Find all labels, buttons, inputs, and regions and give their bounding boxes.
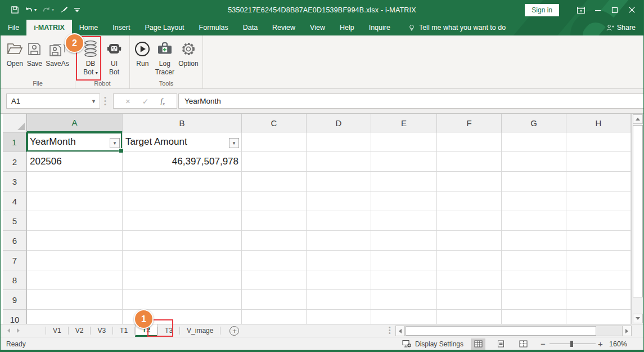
- cell-H1[interactable]: [566, 132, 631, 152]
- scroll-right-button[interactable]: [622, 326, 631, 336]
- cell-H4[interactable]: [566, 191, 631, 211]
- cell-G5[interactable]: [502, 211, 566, 231]
- minimize-button[interactable]: [589, 0, 606, 20]
- cell-G2[interactable]: [502, 152, 566, 172]
- ribbon-tab-inquire[interactable]: Inquire: [362, 20, 398, 35]
- cell-C6[interactable]: [242, 231, 307, 251]
- cell-D3[interactable]: [307, 172, 371, 191]
- maximize-button[interactable]: [606, 0, 623, 20]
- cell-E10[interactable]: [371, 310, 437, 324]
- cell-A2[interactable]: 202506: [27, 152, 123, 172]
- open-button[interactable]: Open: [6, 38, 23, 68]
- ribbon-tab-insert[interactable]: Insert: [105, 20, 137, 35]
- column-header-G[interactable]: G: [502, 114, 566, 132]
- sheet-tab-v_image[interactable]: V_image: [180, 324, 220, 337]
- run-button[interactable]: Run: [134, 38, 151, 68]
- cell-C3[interactable]: [242, 172, 307, 191]
- cell-C9[interactable]: [242, 290, 307, 310]
- cell-C8[interactable]: [242, 270, 307, 290]
- insert-function-icon[interactable]: fx: [160, 96, 165, 106]
- vertical-scroll-thumb[interactable]: [633, 125, 643, 297]
- ribbon-tab-review[interactable]: Review: [265, 20, 303, 35]
- cell-G9[interactable]: [502, 290, 566, 310]
- scroll-up-button[interactable]: [633, 114, 643, 124]
- sheet-tab-v3[interactable]: V3: [91, 324, 112, 337]
- vertical-scrollbar[interactable]: [631, 114, 643, 324]
- cell-E1[interactable]: [371, 132, 437, 152]
- cell-H8[interactable]: [566, 270, 631, 290]
- formula-bar-drag-handle[interactable]: •••: [104, 96, 106, 106]
- ribbon-tab-help[interactable]: Help: [332, 20, 362, 35]
- zoom-slider[interactable]: [550, 337, 596, 350]
- cell-C7[interactable]: [242, 251, 307, 270]
- column-header-H[interactable]: H: [566, 114, 631, 132]
- row-header-10[interactable]: 10: [3, 310, 27, 324]
- cell-D2[interactable]: [307, 152, 371, 172]
- cell-H5[interactable]: [566, 211, 631, 231]
- row-header-7[interactable]: 7: [3, 251, 27, 270]
- sheet-tab-t1[interactable]: T1: [113, 324, 134, 337]
- cell-G6[interactable]: [502, 231, 566, 251]
- cell-D10[interactable]: [307, 310, 371, 324]
- cell-D8[interactable]: [307, 270, 371, 290]
- cell-B9[interactable]: [123, 290, 242, 310]
- sheet-tab-v2[interactable]: V2: [69, 324, 91, 337]
- filter-dropdown-B1[interactable]: ▾: [229, 138, 239, 148]
- cell-A5[interactable]: [27, 211, 123, 231]
- share-button[interactable]: Share: [606, 20, 636, 35]
- cell-D1[interactable]: [307, 132, 371, 152]
- close-button[interactable]: [623, 0, 640, 20]
- cell-F6[interactable]: [437, 231, 502, 251]
- page-break-preview-button[interactable]: [516, 338, 530, 350]
- cell-A10[interactable]: [27, 310, 123, 324]
- cell-G7[interactable]: [502, 251, 566, 270]
- cell-F1[interactable]: [437, 132, 502, 152]
- ribbon-tab-i-matrix[interactable]: i-MATRIX: [26, 20, 72, 35]
- normal-view-button[interactable]: [471, 338, 485, 350]
- cell-E2[interactable]: [371, 152, 437, 172]
- cell-D9[interactable]: [307, 290, 371, 310]
- cell-D5[interactable]: [307, 211, 371, 231]
- row-header-3[interactable]: 3: [3, 172, 27, 191]
- new-sheet-button[interactable]: +: [229, 326, 239, 336]
- ribbon-tab-data[interactable]: Data: [236, 20, 265, 35]
- page-layout-view-button[interactable]: [493, 338, 508, 350]
- name-box-dropdown-icon[interactable]: ▼: [91, 99, 96, 104]
- sheet-tab-v1[interactable]: V1: [46, 324, 68, 337]
- cell-B4[interactable]: [123, 191, 242, 211]
- ribbon-tab-view[interactable]: View: [303, 20, 332, 35]
- column-header-F[interactable]: F: [437, 114, 502, 132]
- column-header-E[interactable]: E: [371, 114, 437, 132]
- cell-G8[interactable]: [502, 270, 566, 290]
- column-header-D[interactable]: D: [307, 114, 371, 132]
- cell-B7[interactable]: [123, 251, 242, 270]
- cell-H10[interactable]: [566, 310, 631, 324]
- zoom-in-button[interactable]: +: [598, 337, 603, 350]
- cell-G1[interactable]: [502, 132, 566, 152]
- cell-B2[interactable]: 46,397,507,978: [123, 152, 242, 172]
- cell-A7[interactable]: [27, 251, 123, 270]
- cell-D4[interactable]: [307, 191, 371, 211]
- cell-A6[interactable]: [27, 231, 123, 251]
- cell-F2[interactable]: [437, 152, 502, 172]
- cell-F4[interactable]: [437, 191, 502, 211]
- name-box[interactable]: A1 ▼: [6, 93, 100, 109]
- zoom-out-button[interactable]: −: [541, 337, 546, 350]
- cell-B3[interactable]: [123, 172, 242, 191]
- cell-B6[interactable]: [123, 231, 242, 251]
- formula-input[interactable]: YearMonth: [178, 93, 643, 109]
- cell-A8[interactable]: [27, 270, 123, 290]
- ribbon-tab-file[interactable]: File: [1, 20, 26, 35]
- row-header-2[interactable]: 2: [3, 152, 27, 172]
- tab-bar-drag-handle[interactable]: •••: [389, 326, 391, 335]
- cell-H9[interactable]: [566, 290, 631, 310]
- cell-G10[interactable]: [502, 310, 566, 324]
- row-header-4[interactable]: 4: [3, 191, 27, 211]
- cell-G4[interactable]: [502, 191, 566, 211]
- cell-D6[interactable]: [307, 231, 371, 251]
- cell-C1[interactable]: [242, 132, 307, 152]
- scroll-down-button[interactable]: [633, 314, 643, 323]
- cell-E7[interactable]: [371, 251, 437, 270]
- cell-C4[interactable]: [242, 191, 307, 211]
- cell-A1[interactable]: YearMonth▾: [27, 132, 123, 152]
